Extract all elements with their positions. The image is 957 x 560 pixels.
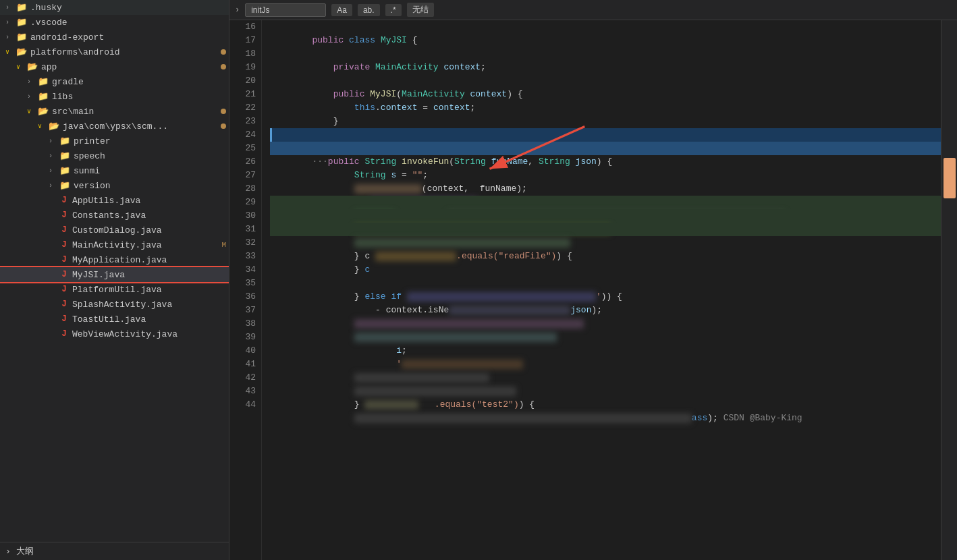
chevron-down-icon: ∨	[16, 63, 27, 71]
line-num-42: 42	[229, 371, 256, 385]
java-file-icon: J	[59, 270, 69, 279]
sidebar-item-label: .vscode	[30, 18, 226, 28]
java-file-icon: J	[59, 329, 69, 339]
folder-open-icon: 📂	[38, 106, 49, 117]
line-num-35: 35	[229, 277, 256, 290]
minimap-thumb[interactable]	[944, 158, 956, 198]
chevron-right-icon: ›	[27, 93, 38, 101]
line-num-22: 22	[229, 101, 256, 115]
line-num-21: 21	[229, 88, 256, 101]
code-line-20: public MyJSI(MainActivity context) {	[270, 74, 941, 88]
code-line-39: i;	[270, 331, 941, 344]
sidebar-item-src-main[interactable]: ∨ 📂 src\main	[0, 104, 229, 119]
search-input[interactable]	[245, 3, 326, 17]
sidebar-item-webviewactivity[interactable]: J WebViewActivity.java	[0, 327, 229, 341]
folder-icon: 📁	[59, 180, 70, 191]
line-num-19: 19	[229, 61, 256, 74]
sidebar-item-customdialog[interactable]: J CustomDialog.java	[0, 223, 229, 237]
code-line-34	[270, 263, 941, 277]
code-line-19	[270, 61, 941, 74]
sidebar-item-android-export[interactable]: › 📁 android-export	[0, 30, 229, 45]
sidebar-item-gradle[interactable]: › 📁 gradle	[0, 74, 229, 89]
line-num-20: 20	[229, 74, 256, 88]
match-case-button[interactable]: Aa	[331, 4, 352, 16]
sidebar-item-toastutil[interactable]: J ToastUtil.java	[0, 312, 229, 327]
code-line-31	[270, 223, 941, 236]
line-num-17: 17	[229, 34, 256, 47]
line-num-41: 41	[229, 358, 256, 371]
sidebar-item-sunmi[interactable]: › 📁 sunmi	[0, 163, 229, 178]
sidebar-item-java-com[interactable]: ∨ 📂 java\com\ypsx\scm...	[0, 119, 229, 134]
code-line-16: public class MyJSI {	[270, 20, 941, 34]
sidebar-item-label: MyJSI.java	[72, 270, 226, 280]
sidebar-item-apputils[interactable]: J AppUtils.java	[0, 193, 229, 208]
no-result-button[interactable]: 无结	[407, 3, 434, 17]
chevron-down-icon: ∨	[38, 122, 49, 130]
code-editor[interactable]: public class MyJSI { private MainActivit…	[262, 20, 941, 560]
code-line-36: - context.isNejson);	[270, 290, 941, 304]
chevron-right-icon: ›	[49, 182, 59, 190]
code-line-41	[270, 358, 941, 371]
chevron-right-icon: ›	[5, 4, 16, 11]
line-num-24: 24	[229, 128, 256, 142]
chevron-right-icon: ›	[49, 167, 59, 175]
chevron-down-icon: ∨	[27, 107, 38, 115]
chevron-right-icon: ›	[27, 78, 38, 86]
sidebar-item-version[interactable]: › 📁 version	[0, 178, 229, 193]
line-num-30: 30	[229, 209, 256, 223]
code-line-33: } c	[270, 250, 941, 263]
sidebar-item-label: PlatformUtil.java	[72, 285, 226, 295]
modified-dot	[221, 49, 226, 55]
editor-area: › Aa ab. .* 无结 16 17 18 19 20 21 22 23 2…	[229, 0, 957, 560]
regex-button[interactable]: .*	[385, 4, 402, 16]
sidebar-item-speech[interactable]: › 📁 speech	[0, 148, 229, 163]
java-file-icon: J	[59, 196, 69, 205]
sidebar-item-label: platforms\android	[30, 47, 218, 57]
code-line-35: } else if ')) {	[270, 277, 941, 290]
folder-open-icon: 📂	[49, 121, 59, 132]
java-file-icon: J	[59, 211, 69, 220]
code-line-43: } .equals("test2")) {	[270, 385, 941, 398]
modified-dot	[221, 123, 226, 129]
modified-dot	[221, 109, 226, 114]
sidebar-item-platforms-android[interactable]: ∨ 📂 platforms\android	[0, 45, 229, 59]
sidebar-item-splashactivity[interactable]: J SplashActivity.java	[0, 297, 229, 312]
sidebar-item-app[interactable]: ∨ 📂 app	[0, 59, 229, 74]
sidebar-item-husky[interactable]: › 📁 .husky	[0, 0, 229, 15]
code-line-23	[270, 115, 941, 128]
sidebar-item-platformutil[interactable]: J PlatformUtil.java	[0, 282, 229, 297]
match-whole-word-button[interactable]: ab.	[358, 4, 380, 16]
sidebar-item-label: SplashActivity.java	[72, 300, 226, 310]
folder-icon: 📁	[59, 150, 70, 161]
line-num-40: 40	[229, 344, 256, 358]
outline-panel[interactable]: › 大纲	[0, 542, 229, 560]
code-line-42	[270, 371, 941, 385]
sidebar-item-label: version	[74, 181, 226, 191]
chevron-right-icon: ›	[49, 152, 59, 160]
sidebar-item-myapplication[interactable]: J MyApplication.java	[0, 252, 229, 267]
sidebar-item-mainactivity[interactable]: J MainActivity.java M	[0, 237, 229, 252]
code-line-38	[270, 317, 941, 331]
sidebar-item-label: AppUtils.java	[72, 196, 226, 206]
sidebar-item-label: .husky	[30, 3, 226, 13]
sidebar-item-constants[interactable]: J Constants.java	[0, 208, 229, 223]
sidebar-item-myjsi[interactable]: J MyJSI.java	[0, 267, 229, 282]
sidebar-item-printer[interactable]: › 📁 printer	[0, 134, 229, 148]
folder-open-icon: 📂	[16, 47, 27, 57]
code-line-40: '	[270, 344, 941, 358]
sidebar-item-vscode[interactable]: › 📁 .vscode	[0, 15, 229, 30]
line-num-39: 39	[229, 331, 256, 344]
line-num-34: 34	[229, 263, 256, 277]
sidebar-item-libs[interactable]: › 📁 libs	[0, 89, 229, 104]
chevron-right-icon: ›	[49, 138, 59, 145]
line-num-23: 23	[229, 115, 256, 128]
line-num-43: 43	[229, 385, 256, 398]
sidebar-item-label: Constants.java	[72, 211, 226, 221]
sidebar-item-label: gradle	[52, 77, 226, 87]
line-num-44: 44	[229, 398, 256, 412]
chevron-right-icon: ›	[5, 19, 16, 26]
java-file-icon: J	[59, 314, 69, 324]
line-num-36: 36	[229, 290, 256, 304]
code-line-24: @JavascriptInterface	[270, 128, 941, 142]
sidebar-item-label: java\com\ypsx\scm...	[63, 121, 218, 132]
